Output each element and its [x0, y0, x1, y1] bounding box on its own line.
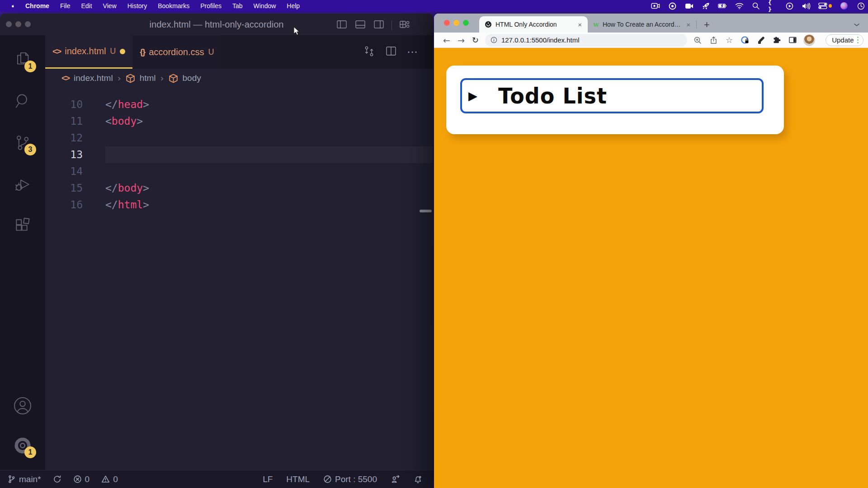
url-text[interactable]: 127.0.0.1:5500/index.html: [501, 36, 580, 44]
braces-icon[interactable]: { }: [768, 1, 777, 10]
toggle-secondary-sidebar-icon[interactable]: [373, 19, 385, 32]
chrome-tab-html-only-accordion[interactable]: HTML Only Accordion ×: [479, 16, 588, 33]
details-marker-icon[interactable]: ▶: [468, 90, 477, 102]
breadcrumb-body[interactable]: body: [183, 73, 201, 83]
code-line[interactable]: 11 <body>: [45, 113, 433, 130]
forward-button[interactable]: →: [454, 35, 468, 45]
zoom-icon[interactable]: [693, 35, 703, 45]
menu-window[interactable]: Window: [248, 0, 282, 12]
source-control-icon[interactable]: 3: [12, 132, 33, 154]
reload-button[interactable]: ↻: [468, 35, 482, 45]
vscode-tabbar: <> index.html U {} accordion.css U ⋯: [45, 35, 433, 69]
menu-history[interactable]: History: [122, 0, 153, 12]
share-icon[interactable]: [708, 35, 718, 45]
explorer-icon[interactable]: 1: [12, 49, 33, 70]
address-bar[interactable]: 127.0.0.1:5500/index.html: [485, 34, 687, 47]
git-branch-status[interactable]: main*: [7, 474, 41, 484]
rocket-icon[interactable]: [701, 1, 710, 10]
extensions-puzzle-icon[interactable]: [772, 35, 782, 45]
settings-badge: 1: [24, 446, 36, 458]
notifications-bell-icon[interactable]: [414, 475, 422, 483]
toggle-primary-sidebar-icon[interactable]: [336, 19, 348, 32]
settings-gear-icon[interactable]: 1: [12, 435, 33, 456]
code-line[interactable]: 15 </body>: [45, 180, 433, 197]
warnings-status[interactable]: 0: [101, 474, 118, 484]
apple-menu-icon[interactable]: [6, 0, 20, 12]
back-button[interactable]: ←: [439, 35, 454, 45]
modified-dot-icon[interactable]: [120, 49, 125, 54]
menu-file[interactable]: File: [55, 0, 76, 12]
breadcrumb-html[interactable]: html: [140, 73, 156, 83]
language-mode[interactable]: HTML: [286, 474, 310, 484]
errors-status[interactable]: 0: [73, 474, 90, 484]
vscode-statusbar: main* 0 0 LF HTML Port : 5500: [0, 470, 433, 488]
css-file-icon: {}: [140, 47, 145, 57]
menu-edit[interactable]: Edit: [75, 0, 97, 12]
new-tab-button[interactable]: +: [704, 20, 710, 29]
chrome-tab-how-to-create-accordion[interactable]: w How To Create an Accordion ×: [588, 16, 696, 33]
record-circle-icon[interactable]: [668, 1, 677, 10]
menu-chrome[interactable]: Chrome: [20, 0, 55, 12]
code-editor[interactable]: 10 </head> 11 <body> 12 13 14: [45, 88, 433, 470]
live-server-port[interactable]: Port : 5500: [323, 474, 377, 484]
accordion-title[interactable]: Todo List: [498, 83, 607, 108]
close-window-button[interactable]: [444, 20, 450, 26]
play-circle-icon[interactable]: [785, 1, 794, 10]
sync-changes-button[interactable]: [53, 475, 61, 483]
menu-help[interactable]: Help: [281, 0, 305, 12]
breadcrumb-file[interactable]: index.html: [74, 73, 113, 83]
code-line[interactable]: 12: [45, 130, 433, 146]
tab-index-html[interactable]: <> index.html U: [45, 35, 132, 69]
tab-divider: [696, 20, 697, 28]
clock-icon[interactable]: [856, 1, 865, 10]
screen-record-camera-icon[interactable]: [651, 1, 660, 10]
explorer-badge: 1: [24, 61, 36, 72]
site-info-icon[interactable]: [491, 37, 497, 43]
close-tab-icon[interactable]: ×: [685, 21, 692, 28]
chrome-menu-icon[interactable]: [857, 37, 861, 44]
run-debug-icon[interactable]: [12, 174, 33, 195]
profile-avatar[interactable]: [803, 34, 815, 46]
code-line[interactable]: 16 </html>: [45, 197, 433, 213]
menu-profiles[interactable]: Profiles: [195, 0, 227, 12]
update-chrome-button[interactable]: Update: [826, 34, 863, 46]
video-camera-icon[interactable]: [684, 1, 693, 10]
control-center-icon[interactable]: [818, 1, 832, 10]
code-line-current[interactable]: 13: [45, 146, 433, 163]
menu-view[interactable]: View: [98, 0, 122, 12]
vscode-titlebar[interactable]: index.html — html-only-accordion: [0, 14, 433, 35]
extensions-icon[interactable]: [12, 215, 33, 237]
toggle-panel-icon[interactable]: [354, 19, 366, 32]
minimize-window-button[interactable]: [453, 20, 459, 26]
privacy-extension-icon[interactable]: [740, 35, 750, 45]
spotlight-search-icon[interactable]: [751, 1, 760, 10]
code-line[interactable]: 10 </head>: [45, 96, 433, 113]
desktop: Chrome File Edit View History Bookmarks …: [0, 0, 868, 488]
side-panel-icon[interactable]: [788, 35, 797, 45]
customize-layout-icon[interactable]: [399, 19, 410, 32]
eol-indicator[interactable]: LF: [263, 474, 273, 484]
page-favicon: [485, 21, 492, 28]
live-share-icon[interactable]: [391, 475, 400, 483]
editor-scrollbar-handle[interactable]: [420, 210, 432, 212]
code-line[interactable]: 14: [45, 163, 433, 180]
account-icon[interactable]: [12, 395, 33, 417]
more-actions-icon[interactable]: ⋯: [407, 46, 418, 58]
siri-icon[interactable]: [840, 1, 849, 10]
search-icon[interactable]: [12, 90, 33, 112]
git-status-letter: U: [110, 47, 116, 56]
todo-accordion-summary[interactable]: ▶ Todo List: [460, 78, 764, 113]
close-tab-icon[interactable]: ×: [576, 21, 583, 28]
bookmark-star-icon[interactable]: ☆: [724, 35, 734, 45]
battery-charging-icon[interactable]: [718, 1, 727, 10]
wifi-icon[interactable]: [735, 1, 744, 10]
volume-icon[interactable]: [802, 1, 811, 10]
split-editor-icon[interactable]: [385, 45, 397, 59]
zoom-window-button[interactable]: [463, 20, 469, 26]
colorpicker-extension-icon[interactable]: [756, 35, 766, 45]
open-changes-icon[interactable]: [363, 45, 375, 59]
menu-tab[interactable]: Tab: [227, 0, 248, 12]
tab-search-chevron-icon[interactable]: [854, 23, 868, 27]
tab-accordion-css[interactable]: {} accordion.css U: [132, 35, 222, 69]
menu-bookmarks[interactable]: Bookmarks: [152, 0, 195, 12]
